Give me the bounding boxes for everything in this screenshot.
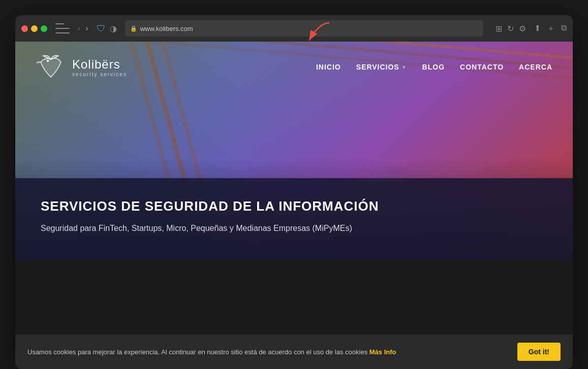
address-bar[interactable]: 🔒 www.kolibers.com [125, 20, 483, 37]
lock-icon: 🔒 [130, 25, 137, 32]
translate-icon[interactable]: ⊞ [496, 24, 502, 33]
site-navigation: Kolibërs security services INICIO SERVIC… [15, 42, 573, 92]
forward-button[interactable]: › [83, 23, 90, 34]
nav-servicios-label: SERVICIOS [356, 63, 399, 71]
hero-text-section: SERVICIOS DE SEGURIDAD DE LA INFORMACIÓN… [15, 178, 573, 260]
hero-subtitle: Seguridad para FinTech, Startups, Micro,… [41, 222, 396, 234]
cookie-accept-button[interactable]: Got it! [517, 343, 561, 361]
new-tab-icon[interactable]: ＋ [547, 23, 555, 34]
servicios-dropdown-icon: ▼ [401, 64, 407, 70]
ublock-shield-icon[interactable]: 🛡 [97, 23, 106, 34]
back-button[interactable]: ‹ [76, 23, 82, 34]
browser-titlebar: ‹ › 🛡 ◑ 🔒 www.kolibers.com ⊞ [15, 15, 573, 42]
website-content: Kolibërs security services INICIO SERVIC… [15, 42, 573, 369]
refresh-icon[interactable]: ↻ [507, 24, 514, 33]
toolbar-icons: ⊞ ↻ ⚙ [496, 24, 526, 33]
svg-point-1 [47, 60, 49, 62]
logo-text: Kolibërs security services [72, 57, 127, 77]
nav-inicio[interactable]: INICIO [316, 63, 341, 71]
logo-tagline: security services [72, 72, 127, 77]
nav-blog[interactable]: BLOG [422, 63, 445, 71]
close-button[interactable] [21, 25, 28, 32]
share-icon[interactable]: ⬆ [534, 23, 541, 34]
nav-arrows: ‹ › [76, 23, 90, 34]
minimize-button[interactable] [31, 25, 38, 32]
browser-window: ‹ › 🛡 ◑ 🔒 www.kolibers.com ⊞ [15, 15, 573, 369]
right-actions: ⬆ ＋ ⧉ [534, 23, 567, 34]
nav-acerca[interactable]: ACERCA [519, 63, 552, 71]
cookie-banner: Usamos cookies para mejorar la experienc… [15, 334, 573, 369]
logo-bird-icon [36, 52, 66, 82]
privacy-shield-icon[interactable]: ◑ [110, 24, 117, 33]
url-text: www.kolibers.com [140, 25, 478, 32]
nav-contacto[interactable]: CONTACTO [460, 63, 504, 71]
traffic-lights [21, 25, 47, 32]
nav-links: INICIO SERVICIOS ▼ BLOG CONTACTO ACERCA [316, 63, 552, 71]
maximize-button[interactable] [41, 25, 47, 32]
cookie-message: Usamos cookies para mejorar la experienc… [27, 348, 511, 356]
tab-overview-icon[interactable]: ⧉ [561, 23, 567, 34]
logo-brand: Kolibërs [72, 57, 127, 72]
sidebar-toggle-button[interactable] [55, 23, 70, 33]
settings-icon[interactable]: ⚙ [519, 24, 526, 33]
site-logo: Kolibërs security services [36, 52, 127, 82]
cookie-more-link[interactable]: Más Info [369, 348, 396, 356]
hero-title: SERVICIOS DE SEGURIDAD DE LA INFORMACIÓN [41, 198, 547, 214]
hero-section: Kolibërs security services INICIO SERVIC… [15, 42, 573, 260]
nav-servicios[interactable]: SERVICIOS ▼ [356, 63, 407, 71]
